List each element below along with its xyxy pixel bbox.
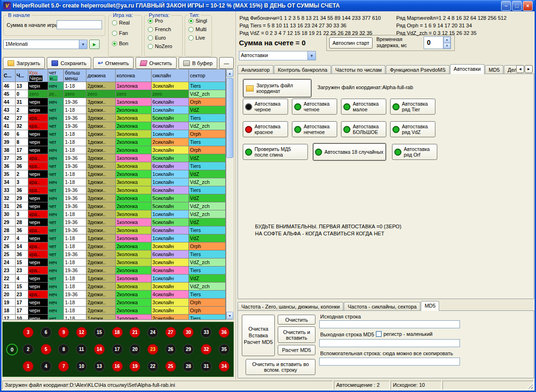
board-number-17[interactable]: 17 — [112, 344, 123, 355]
board-number-32[interactable]: 32 — [201, 344, 212, 355]
minimize-button[interactable]: – — [501, 1, 511, 11]
board-number-12[interactable]: 12 — [76, 327, 87, 338]
radio-real[interactable]: Real — [112, 19, 142, 26]
table-row[interactable]: 432чернчет1-181дюжи..2колонка1сиклайнVdZ — [3, 106, 226, 114]
table-row[interactable]: 1710чернчет1-181дюжи..1колонка2сиклайнTi… — [3, 315, 226, 320]
radio-multi[interactable]: Multi — [188, 26, 212, 33]
md5-clear-paste-aux-button[interactable]: Очистить и вставить во вспом. строку — [246, 359, 315, 375]
clip-button[interactable]: В буфер — [179, 57, 217, 69]
board-number-28[interactable]: 28 — [183, 361, 194, 372]
table-row[interactable]: 3636кра..чет19-363дюжи..3колонка6сиклайн… — [3, 162, 226, 170]
board-number-30[interactable]: 30 — [183, 327, 194, 338]
table-row[interactable]: 1817черннеч1-182дюжи..2колонка3сиклайнOr… — [3, 307, 226, 315]
autobet-button-7[interactable]: Автоставка БОЛЬШОЕ — [341, 121, 386, 137]
autobet-button-6[interactable]: Автоставка нечетное — [292, 121, 337, 137]
table-row[interactable]: 4431черннеч19-363дюжи..1колонка6сиклайнO… — [3, 98, 226, 106]
table-row[interactable]: 4613черннеч1-182дюжи..1колонка3сиклайнTi… — [3, 82, 226, 90]
table-row[interactable]: 2614кра..чет1-182дюжи..2колонка3сиклайнO… — [3, 242, 226, 250]
radio-bon[interactable]: Bon — [112, 40, 142, 47]
profile-combo[interactable]: 1Melonati ▼ — [3, 40, 87, 49]
tab-MD5[interactable]: MD5 — [485, 65, 503, 74]
tab-Частота - Zero, шансы, дюжины, колонки[interactable]: Частота - Zero, шансы, дюжины, колонки — [238, 302, 343, 311]
autobet-button-10[interactable]: Автоставка 18 случайных — [313, 143, 386, 161]
tab-MD5[interactable]: MD5 — [421, 301, 439, 311]
board-number-31[interactable]: 31 — [201, 361, 212, 372]
table-row[interactable]: 1917черннеч1-182дюжи..2колонка3сиклайнOr… — [3, 299, 226, 307]
md5-aux-input[interactable] — [319, 358, 460, 366]
board-number-24[interactable]: 24 — [147, 327, 158, 338]
board-number-14[interactable]: 14 — [94, 344, 105, 355]
undo-button[interactable]: ↩Отменить — [93, 57, 134, 69]
autobet-button-8[interactable]: Автоставка ряд VdZ — [390, 121, 435, 137]
board-number-29[interactable]: 29 — [183, 344, 194, 355]
table-row[interactable]: 343кра..неч1-181дюжи..3колонка1сиклайнVd… — [3, 178, 226, 186]
resize-grip[interactable] — [527, 383, 533, 389]
board-number-2[interactable]: 2 — [23, 344, 34, 355]
chevron-down-icon[interactable]: ▼ — [79, 40, 87, 49]
scroll-up-icon[interactable]: ▲ — [226, 69, 233, 77]
board-number-18[interactable]: 18 — [112, 327, 123, 338]
md5-clear-paste-calc-button[interactable]: Очистка Вставка Расчет MD5 — [242, 315, 275, 356]
scroll-down-icon[interactable]: ▼ — [226, 312, 233, 319]
spinner-down-icon[interactable]: ▼ — [443, 43, 451, 49]
table-row[interactable]: 2023кра..неч19-362дюжи..2колонка4сиклайн… — [3, 291, 226, 299]
board-number-27[interactable]: 27 — [165, 327, 176, 338]
table-row[interactable]: 4227кра..неч19-363дюжи..3колонка5сиклайн… — [3, 114, 226, 122]
autobet-button-1[interactable]: Автоставка черное — [243, 99, 288, 115]
autospin-start-button[interactable]: Автоспин старт — [329, 37, 373, 49]
table-row[interactable]: 2536кра..чет19-363дюжи..3колонка6сиклайн… — [3, 250, 226, 259]
radio-singl[interactable]: Singl — [188, 17, 212, 24]
radio-pro[interactable]: Pro — [148, 17, 182, 24]
board-number-23[interactable]: 23 — [147, 344, 158, 355]
board-number-7[interactable]: 7 — [58, 361, 69, 372]
maximize-button[interactable]: □ — [512, 1, 522, 11]
radio-live[interactable]: Live — [188, 34, 212, 41]
board-number-35[interactable]: 35 — [219, 344, 230, 355]
delay-spinner[interactable]: 0 ▲ ▼ — [424, 36, 451, 49]
table-scrollbar[interactable]: ▲ ▼ — [226, 69, 234, 320]
board-number-3[interactable]: 3 — [23, 327, 34, 338]
table-row[interactable]: 2415черннеч1-182дюжи..3колонка3сиклайнVd… — [3, 259, 226, 267]
tab-Анализатор[interactable]: Анализатор — [238, 65, 273, 74]
radio-french[interactable]: French — [148, 26, 182, 33]
table-row[interactable]: 4132кра..чет19-363дюжи..2колонка6сиклайн… — [3, 122, 226, 130]
radio-nozero[interactable]: NoZero — [148, 43, 182, 50]
scrollbar-thumb[interactable] — [226, 78, 233, 158]
close-button[interactable]: × — [523, 1, 533, 11]
table-row[interactable]: 2928чернчет19-363дюжи..1колонка5сиклайнV… — [3, 218, 226, 226]
autobet-button-2[interactable]: Автоставка четное — [292, 99, 337, 115]
board-number-0[interactable]: 0 — [6, 343, 18, 355]
autobet-button-4[interactable]: Автоставка ряд Tier — [390, 99, 435, 115]
table-row[interactable]: 3336кра..чет19-363дюжи..3колонка6сиклайн… — [3, 186, 226, 194]
board-number-11[interactable]: 11 — [76, 344, 87, 355]
radio-fan[interactable]: Fan — [112, 30, 142, 36]
table-row[interactable]: 398чернчет1-181дюжи..2колонка2сиклайнTie… — [3, 138, 226, 146]
table-row[interactable]: 3725кра..неч19-363дюжи..1колонка5сиклайн… — [3, 154, 226, 162]
tabs-scroll-left-icon[interactable]: ◄ — [516, 65, 524, 73]
chevron-down-icon[interactable]: ▼ — [307, 51, 315, 60]
board-number-22[interactable]: 22 — [147, 361, 158, 372]
board-number-21[interactable]: 21 — [129, 327, 140, 338]
autobet-button-5[interactable]: Автоставка красное — [243, 121, 288, 137]
board-number-4[interactable]: 4 — [41, 361, 51, 372]
tab-Контроль банкролла[interactable]: Контроль банкролла — [274, 65, 331, 74]
board-number-26[interactable]: 26 — [165, 344, 176, 355]
table-row[interactable]: 3126чернчет19-363дюжи..2колонка5сиклайнV… — [3, 202, 226, 210]
collapse-button[interactable]: — — [219, 57, 234, 69]
board-number-8[interactable]: 8 — [58, 344, 69, 355]
board-number-5[interactable]: 5 — [41, 344, 51, 355]
autobet-button-3[interactable]: Автоставка малое — [341, 99, 386, 115]
board-number-36[interactable]: 36 — [219, 327, 230, 338]
board-number-10[interactable]: 10 — [76, 361, 87, 372]
md5-calc-button[interactable]: Расчет MD5 — [278, 345, 315, 355]
radio-euro[interactable]: Euro — [148, 34, 182, 41]
board-number-13[interactable]: 13 — [94, 361, 105, 372]
load-coordinates-button[interactable]: Загрузить файл координат — [243, 79, 312, 98]
md5-clear-and-paste-button[interactable]: Очистить и вставить — [278, 326, 315, 343]
autobet-button-11[interactable]: Автоставка ряд Orf — [392, 144, 437, 160]
table-row[interactable]: 2115черннеч1-182дюжи..3колонка3сиклайнVd… — [3, 283, 226, 291]
table-row[interactable]: 352чернчет1-181дюжи..2колонка1сиклайнVdZ — [3, 170, 226, 178]
table-row[interactable]: 3817черннеч1-182дюжи..2колонка3сиклайнOr… — [3, 146, 226, 154]
board-number-15[interactable]: 15 — [94, 327, 105, 338]
board-number-34[interactable]: 34 — [219, 361, 230, 372]
